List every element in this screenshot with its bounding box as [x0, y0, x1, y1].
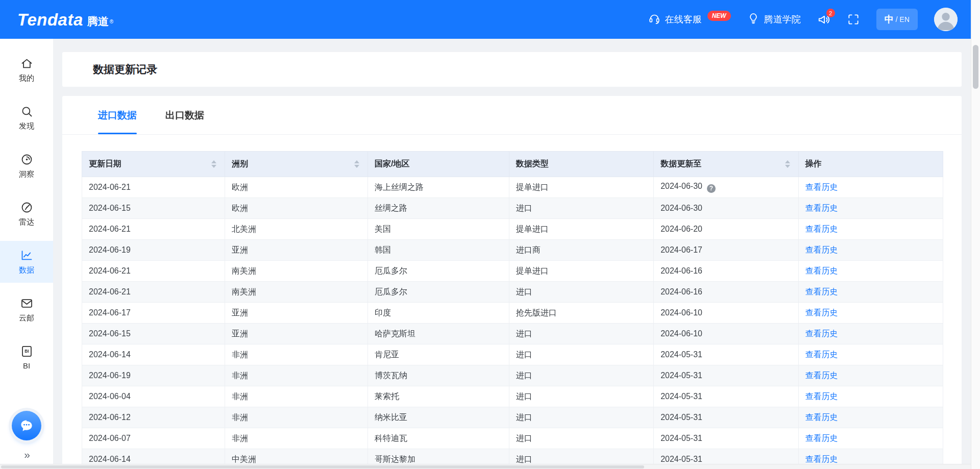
- header-actions: 在线客服 NEW 腾道学院 2 中 / EN: [648, 8, 958, 31]
- cell-data-type: 进口: [509, 198, 653, 219]
- cell-action: 查看历史: [798, 386, 943, 407]
- cell-updated-to: 2024-06-17?: [654, 240, 798, 261]
- view-history-link[interactable]: 查看历史: [805, 266, 838, 275]
- cell-update-date: 2024-06-15: [82, 198, 225, 219]
- online-service-link[interactable]: 在线客服 NEW: [648, 12, 731, 27]
- sidebar-item-label: 我的: [19, 73, 34, 83]
- view-history-link[interactable]: 查看历史: [805, 287, 838, 296]
- cell-continent: 欧洲: [225, 177, 368, 198]
- brand-logo[interactable]: Tendata 腾道 ®: [17, 11, 113, 28]
- updated-to-value: 2024-06-30: [660, 204, 702, 212]
- cell-data-type: 提单进口: [509, 261, 653, 282]
- updated-to-value: 2024-06-10: [660, 308, 702, 317]
- view-history-link[interactable]: 查看历史: [805, 225, 838, 233]
- sidebar-item-mine[interactable]: 我的: [0, 49, 53, 91]
- col-updated-to[interactable]: 数据更新至: [654, 152, 798, 177]
- horizontal-scrollbar-thumb[interactable]: [1, 465, 644, 468]
- updated-to-value: 2024-06-17: [660, 245, 702, 254]
- sidebar: 我的 发现 洞察 雷达 数据 云邮 BI BI »: [0, 39, 53, 469]
- sidebar-item-cloudmail[interactable]: 云邮: [0, 289, 53, 331]
- col-label: 洲别: [232, 159, 248, 169]
- academy-link[interactable]: 腾道学院: [747, 12, 801, 27]
- online-service-label: 在线客服: [665, 13, 702, 26]
- table-row: 2024-06-21 南美洲 厄瓜多尔 提单进口 2024-06-16? 查看历…: [82, 261, 943, 282]
- vertical-scrollbar-thumb[interactable]: [973, 45, 978, 89]
- view-history-link[interactable]: 查看历史: [805, 183, 838, 191]
- tab-import-data[interactable]: 进口数据: [98, 96, 137, 134]
- col-update-date[interactable]: 更新日期: [82, 152, 225, 177]
- cell-continent: 非洲: [225, 344, 368, 365]
- table-row: 2024-06-07 非洲 科特迪瓦 进口 2024-05-31? 查看历史: [82, 428, 943, 449]
- cell-update-date: 2024-06-19: [82, 240, 225, 261]
- table-row: 2024-06-15 亚洲 哈萨克斯坦 进口 2024-06-10? 查看历史: [82, 324, 943, 344]
- table-row: 2024-06-21 欧洲 海上丝绸之路 提单进口 2024-06-30? 查看…: [82, 177, 943, 198]
- view-history-link[interactable]: 查看历史: [805, 308, 838, 317]
- fullscreen-icon: [847, 13, 860, 26]
- cell-data-type: 进口商: [509, 240, 653, 261]
- sidebar-item-bi[interactable]: BI BI: [0, 337, 53, 378]
- cell-country: 厄瓜多尔: [368, 282, 509, 303]
- sidebar-expand-button[interactable]: »: [24, 449, 29, 461]
- fullscreen-icon-button[interactable]: [847, 13, 860, 26]
- page-title: 数据更新记录: [93, 62, 157, 77]
- view-history-link[interactable]: 查看历史: [805, 329, 838, 338]
- cell-updated-to: 2024-05-31?: [654, 407, 798, 428]
- cell-action: 查看历史: [798, 324, 943, 344]
- view-history-link[interactable]: 查看历史: [805, 455, 838, 463]
- sidebar-item-discover[interactable]: 发现: [0, 97, 53, 139]
- cell-country: 海上丝绸之路: [368, 177, 509, 198]
- cell-action: 查看历史: [798, 365, 943, 386]
- cell-country: 科特迪瓦: [368, 428, 509, 449]
- table-row: 2024-06-19 亚洲 韩国 进口商 2024-06-17? 查看历史: [82, 240, 943, 261]
- cell-updated-to: 2024-06-30?: [654, 198, 798, 219]
- language-toggle[interactable]: 中 / EN: [876, 9, 918, 30]
- col-label: 数据类型: [516, 159, 549, 169]
- sidebar-item-insight[interactable]: 洞察: [0, 145, 53, 187]
- view-history-link[interactable]: 查看历史: [805, 413, 838, 422]
- table-row: 2024-06-15 欧洲 丝绸之路 进口 2024-06-30? 查看历史: [82, 198, 943, 219]
- sidebar-item-radar[interactable]: 雷达: [0, 193, 53, 235]
- cell-action: 查看历史: [798, 344, 943, 365]
- view-history-link[interactable]: 查看历史: [805, 204, 838, 212]
- lang-divider: /: [896, 15, 898, 23]
- cell-update-date: 2024-06-14: [82, 344, 225, 365]
- cell-action: 查看历史: [798, 282, 943, 303]
- col-data-type: 数据类型: [509, 152, 653, 177]
- notification-badge: 2: [826, 9, 835, 17]
- cell-data-type: 提单进口: [509, 219, 653, 240]
- sort-icon[interactable]: [785, 160, 790, 168]
- cell-update-date: 2024-06-15: [82, 324, 225, 344]
- cell-action: 查看历史: [798, 198, 943, 219]
- table-body: 2024-06-21 欧洲 海上丝绸之路 提单进口 2024-06-30? 查看…: [82, 177, 943, 469]
- horizontal-scrollbar[interactable]: [0, 464, 971, 469]
- view-history-link[interactable]: 查看历史: [805, 245, 838, 254]
- sort-icon[interactable]: [354, 160, 359, 168]
- view-history-link[interactable]: 查看历史: [805, 434, 838, 442]
- cell-updated-to: 2024-06-10?: [654, 303, 798, 324]
- chat-bubble-button[interactable]: [12, 411, 41, 440]
- cell-data-type: 进口: [509, 282, 653, 303]
- cell-update-date: 2024-06-12: [82, 407, 225, 428]
- tab-bar: 进口数据 出口数据: [62, 96, 962, 135]
- cell-updated-to: 2024-06-10?: [654, 324, 798, 344]
- view-history-link[interactable]: 查看历史: [805, 371, 838, 380]
- sort-icon[interactable]: [211, 160, 216, 168]
- cell-continent: 非洲: [225, 365, 368, 386]
- avatar[interactable]: [934, 8, 958, 31]
- view-history-link[interactable]: 查看历史: [805, 392, 838, 401]
- cell-update-date: 2024-06-21: [82, 261, 225, 282]
- sidebar-item-data[interactable]: 数据: [0, 241, 53, 283]
- view-history-link[interactable]: 查看历史: [805, 350, 838, 359]
- announcement-icon-button[interactable]: 2: [817, 13, 830, 26]
- cell-update-date: 2024-06-21: [82, 219, 225, 240]
- main-content: 数据更新记录 进口数据 出口数据 更新日期: [53, 39, 971, 469]
- vertical-scrollbar[interactable]: [971, 0, 980, 469]
- sidebar-item-label: 数据: [19, 265, 34, 275]
- mail-icon: [20, 297, 34, 310]
- help-icon[interactable]: ?: [707, 184, 716, 193]
- registered-mark: ®: [110, 16, 113, 28]
- cell-continent: 南美洲: [225, 261, 368, 282]
- tab-export-data[interactable]: 出口数据: [165, 96, 204, 134]
- cell-action: 查看历史: [798, 303, 943, 324]
- col-continent[interactable]: 洲别: [225, 152, 368, 177]
